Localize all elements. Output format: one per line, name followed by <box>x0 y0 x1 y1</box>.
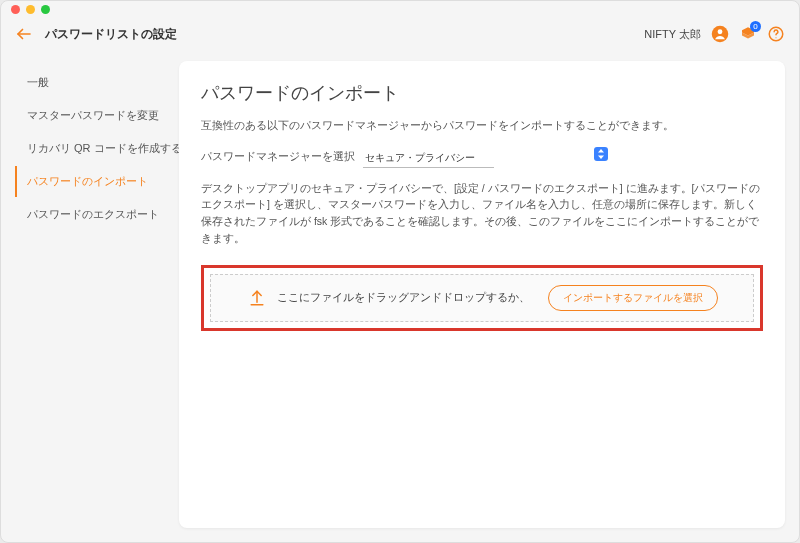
sidebar-item-change-master-password[interactable]: マスターパスワードを変更 <box>15 100 165 131</box>
sidebar-item-label: マスターパスワードを変更 <box>27 109 159 121</box>
sidebar-item-import-passwords[interactable]: パスワードのインポート <box>15 166 165 197</box>
page-title: パスワードリストの設定 <box>45 26 177 43</box>
help-icon[interactable] <box>767 25 785 43</box>
svg-point-4 <box>775 37 776 38</box>
sidebar-item-export-passwords[interactable]: パスワードのエクスポート <box>15 199 165 230</box>
sidebar-item-label: リカバリ QR コードを作成する <box>27 142 182 154</box>
upload-icon <box>247 288 267 308</box>
chevron-up-down-icon <box>594 147 608 161</box>
manager-select-input[interactable] <box>363 150 494 168</box>
mac-titlebar <box>1 1 799 17</box>
manager-select-row: パスワードマネージャーを選択 <box>201 147 763 168</box>
svg-point-2 <box>718 29 723 34</box>
dropzone-highlight: ここにファイルをドラッグアンドドロップするか、 インポートするファイルを選択 <box>201 265 763 331</box>
back-arrow-icon[interactable] <box>15 25 33 43</box>
notification-badge: 0 <box>750 21 761 32</box>
user-name: NIFTY 太郎 <box>644 27 701 42</box>
user-avatar-icon[interactable] <box>711 25 729 43</box>
body: 一般 マスターパスワードを変更 リカバリ QR コードを作成する パスワードのイ… <box>1 51 799 542</box>
header-bar: パスワードリストの設定 NIFTY 太郎 0 <box>1 17 799 51</box>
window-close-icon[interactable] <box>11 5 20 14</box>
main-subtitle: 互換性のある以下のパスワードマネージャーからパスワードをインポートすることができ… <box>201 119 763 133</box>
app-window: パスワードリストの設定 NIFTY 太郎 0 一般 マスターパスワードを変更 リ… <box>0 0 800 543</box>
dropzone-text: ここにファイルをドラッグアンドドロップするか、 <box>277 290 530 305</box>
notifications-icon[interactable]: 0 <box>739 25 757 43</box>
main-title: パスワードのインポート <box>201 81 763 105</box>
sidebar-item-recovery-qr[interactable]: リカバリ QR コードを作成する <box>15 133 165 164</box>
header-right: NIFTY 太郎 0 <box>644 25 785 43</box>
main-panel: パスワードのインポート 互換性のある以下のパスワードマネージャーからパスワードを… <box>179 61 785 528</box>
svg-marker-6 <box>598 156 604 160</box>
select-file-button[interactable]: インポートするファイルを選択 <box>548 285 718 311</box>
sidebar-item-label: 一般 <box>27 76 49 88</box>
manager-select-label: パスワードマネージャーを選択 <box>201 150 355 164</box>
sidebar-item-general[interactable]: 一般 <box>15 67 165 98</box>
sidebar-item-label: パスワードのインポート <box>27 175 148 187</box>
manager-select[interactable] <box>363 147 608 168</box>
sidebar-item-label: パスワードのエクスポート <box>27 208 159 220</box>
window-minimize-icon[interactable] <box>26 5 35 14</box>
window-zoom-icon[interactable] <box>41 5 50 14</box>
dropzone-text-group: ここにファイルをドラッグアンドドロップするか、 <box>247 288 530 308</box>
header-left: パスワードリストの設定 <box>15 25 177 43</box>
sidebar: 一般 マスターパスワードを変更 リカバリ QR コードを作成する パスワードのイ… <box>15 61 165 528</box>
import-instructions: デスクトップアプリのセキュア・プライバシーで、[設定 / パスワードのエクスポー… <box>201 180 763 247</box>
file-dropzone[interactable]: ここにファイルをドラッグアンドドロップするか、 インポートするファイルを選択 <box>210 274 754 322</box>
svg-marker-5 <box>598 149 604 153</box>
